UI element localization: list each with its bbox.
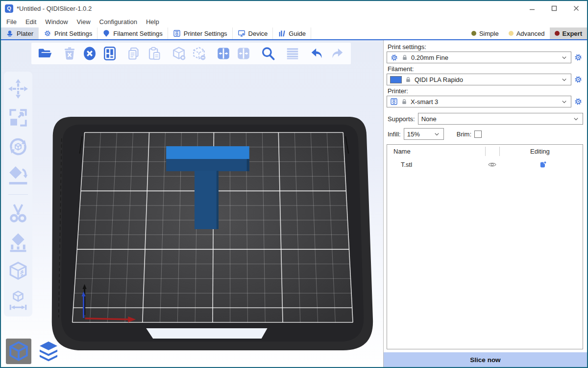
gear-icon [574, 97, 583, 106]
tab-label: Guide [289, 30, 306, 37]
copy-icon [127, 46, 142, 61]
layers-stack-icon [37, 340, 60, 363]
tab-label: Plater [17, 30, 33, 37]
printer-combo[interactable]: X-smart 3 [387, 96, 571, 107]
brim-label: Brim: [457, 131, 471, 138]
edit-filament-button[interactable] [573, 75, 583, 84]
edit-object-icon[interactable] [539, 160, 547, 169]
filament-color-swatch [390, 76, 402, 83]
remove-instance-button[interactable] [191, 45, 207, 62]
rotate-tool-button[interactable] [8, 136, 28, 157]
mode-advanced[interactable]: Advanced [504, 27, 550, 39]
chevron-down-icon [572, 115, 580, 123]
scale-tool-button[interactable] [8, 107, 28, 128]
object-row[interactable]: T.stl [387, 158, 583, 171]
seam-painting-icon [8, 261, 28, 282]
scale-icon [8, 107, 28, 128]
supports-combo[interactable]: None [418, 113, 583, 125]
delete-all-icon [82, 46, 97, 61]
edit-printer-button[interactable] [573, 97, 583, 106]
menu-file[interactable]: File [2, 18, 21, 26]
open-folder-button[interactable] [37, 45, 53, 62]
editor-view-button[interactable] [6, 339, 31, 364]
print-bed[interactable] [1, 40, 383, 367]
object-name: T.stl [401, 161, 412, 168]
paste-button[interactable] [147, 45, 162, 62]
tab-printer-settings[interactable]: Printer Settings [168, 27, 233, 39]
menu-edit[interactable]: Edit [21, 18, 41, 26]
undo-button[interactable] [309, 45, 325, 62]
edit-print-settings-button[interactable] [573, 53, 583, 62]
close-button[interactable] [565, 1, 587, 16]
infill-value: 15% [407, 131, 420, 138]
place-on-face-icon [8, 165, 28, 186]
menu-window[interactable]: Window [41, 18, 72, 26]
filament-combo[interactable]: QIDI PLA Rapido [387, 74, 571, 85]
guide-icon [278, 29, 286, 37]
minimize-button[interactable] [521, 1, 543, 16]
tab-guide[interactable]: Guide [273, 27, 311, 39]
split-parts-icon [236, 46, 251, 61]
brim-checkbox[interactable] [474, 131, 482, 138]
arrange-button[interactable] [102, 45, 118, 62]
print-settings-combo[interactable]: 0.20mm Fine [387, 52, 571, 63]
window-title: *Untitled - QIDISlicer-1.0.2 [17, 5, 92, 12]
measure-icon [8, 290, 28, 311]
toolbar-divider [8, 194, 28, 195]
tab-filament-settings[interactable]: Filament Settings [98, 27, 168, 39]
paint-supports-tool-button[interactable] [8, 232, 28, 253]
printer-value: X-smart 3 [411, 98, 438, 105]
undo-icon [310, 46, 324, 61]
paste-icon [147, 46, 162, 61]
variable-layer-height-button[interactable] [285, 45, 300, 62]
column-divider [485, 147, 486, 156]
slice-now-button[interactable]: Slice now [384, 352, 587, 367]
menu-help[interactable]: Help [142, 18, 164, 26]
cut-tool-button[interactable] [8, 203, 28, 224]
move-tool-button[interactable] [8, 79, 28, 99]
seam-painting-tool-button[interactable] [8, 261, 28, 282]
tab-device[interactable]: Device [233, 27, 273, 39]
menu-bar: File Edit Window View Configuration Help [1, 16, 587, 27]
add-instance-icon [172, 46, 186, 61]
delete-all-button[interactable] [82, 45, 98, 62]
menu-configuration[interactable]: Configuration [95, 18, 142, 26]
app-window: Q *Untitled - QIDISlicer-1.0.2 File Edit… [0, 0, 588, 368]
delete-button[interactable] [62, 45, 77, 62]
place-on-face-tool-button[interactable] [8, 165, 28, 186]
print-settings-label: Print settings: [388, 43, 583, 51]
eye-icon[interactable] [488, 160, 497, 169]
filament-icon [102, 29, 110, 37]
object-list: Name Editing T.stl [387, 144, 583, 349]
menu-view[interactable]: View [73, 18, 95, 26]
redo-button[interactable] [329, 45, 345, 62]
bed-handle-slot [146, 328, 267, 339]
copy-button[interactable] [126, 45, 142, 62]
chevron-down-icon [561, 98, 568, 105]
print-settings-value: 0.20mm Fine [411, 54, 448, 61]
viewport-3d[interactable] [1, 40, 383, 367]
infill-combo[interactable]: 15% [404, 128, 444, 140]
split-objects-button[interactable] [216, 45, 231, 62]
mode-label: Advanced [516, 30, 545, 37]
mode-expert[interactable]: Expert [550, 27, 587, 39]
open-folder-icon [38, 46, 52, 61]
mode-simple[interactable]: Simple [466, 27, 504, 39]
preview-layers-button[interactable] [35, 339, 62, 364]
mode-label: Simple [479, 30, 499, 37]
chevron-down-icon [561, 76, 568, 83]
maximize-button[interactable] [543, 1, 565, 16]
lock-icon [401, 98, 408, 105]
measure-tool-button[interactable] [8, 290, 28, 311]
search-icon [261, 46, 275, 61]
filament-label: Filament: [388, 65, 583, 73]
infill-label: Infill: [388, 131, 401, 138]
search-button[interactable] [260, 45, 276, 62]
tab-print-settings[interactable]: Print Settings [39, 27, 98, 39]
variable-layer-height-icon [285, 46, 300, 61]
split-parts-button[interactable] [236, 45, 251, 62]
add-instance-button[interactable] [171, 45, 187, 62]
filament-value: QIDI PLA Rapido [415, 76, 463, 83]
printer-icon [173, 29, 181, 37]
tab-plater[interactable]: Plater [1, 27, 39, 39]
